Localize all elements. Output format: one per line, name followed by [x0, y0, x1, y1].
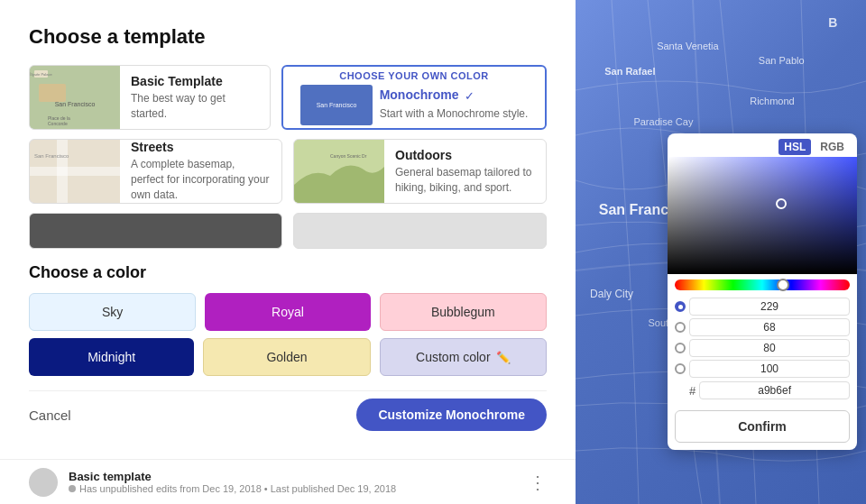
template-row-2: San Francisco Streets A complete basemap… — [29, 139, 547, 204]
field-row-alpha — [675, 360, 850, 378]
tab-hsl[interactable]: HSL — [778, 139, 811, 155]
svg-text:San Francisco: San Francisco — [316, 102, 356, 108]
truncated-card-1[interactable] — [29, 213, 282, 249]
status-bar: Basic template Has unpublished edits fro… — [0, 459, 576, 504]
map-label-richmond: Richmond — [750, 96, 795, 106]
color-btn-midnight[interactable]: Midnight — [29, 338, 194, 376]
picker-tabs: HSL RGB — [668, 133, 857, 157]
input-alpha[interactable] — [689, 360, 850, 378]
outdoors-thumb: Canyon Scenic Dr — [294, 140, 384, 203]
color-btn-royal[interactable]: Royal — [205, 293, 370, 331]
confirm-button[interactable]: Confirm — [675, 410, 850, 443]
hue-thumb — [777, 279, 789, 291]
monochrome-name: Monochrome — [380, 87, 459, 102]
color-btn-bubblegum[interactable]: Bubblegum — [380, 293, 547, 331]
radio-s[interactable] — [675, 322, 686, 333]
map-label-paradise-cay: Paradise Cay — [633, 116, 693, 127]
color-cursor — [776, 198, 787, 209]
template-card-streets[interactable]: San Francisco Streets A complete basemap… — [29, 139, 282, 204]
pencil-icon: ✏️ — [496, 351, 511, 364]
basic-thumb: San Francisco Élysée Palace Place de la … — [30, 66, 120, 129]
template-card-basic[interactable]: San Francisco Élysée Palace Place de la … — [29, 65, 271, 130]
status-name: Basic template — [69, 470, 518, 483]
color-grid: Sky Royal Bubblegum Midnight Golden Cust… — [29, 293, 547, 376]
tab-rgb[interactable]: RGB — [815, 139, 850, 155]
svg-text:Canyon Scenic Dr: Canyon Scenic Dr — [330, 153, 367, 159]
monochrome-desc: Start with a Monochrome style. — [380, 106, 529, 122]
radio-l[interactable] — [675, 343, 686, 353]
radio-alpha[interactable] — [675, 363, 686, 374]
template-section-title: Choose a template — [29, 25, 547, 49]
map-panel: Santa Venetia San Rafael San Pablo Parad… — [576, 0, 866, 504]
outdoors-name: Outdoors — [395, 148, 535, 162]
outdoors-info: Outdoors General basemap tailored to hik… — [384, 141, 546, 203]
svg-text:San Francisco: San Francisco — [55, 101, 96, 107]
color-btn-golden[interactable]: Golden — [203, 338, 370, 376]
streets-info: Streets A complete basemap, perfect for … — [120, 139, 281, 204]
input-hex[interactable] — [699, 381, 850, 399]
map-label-daly-city: Daly City — [590, 288, 633, 300]
map-label-b: B — [828, 15, 837, 30]
status-meta: Has unpublished edits from Dec 19, 2018 … — [69, 483, 518, 494]
monochrome-checkmark: ✓ — [465, 89, 474, 103]
template-card-monochrome[interactable]: CHOOSE YOUR OWN COLOR San Francisco Mono… — [281, 65, 547, 130]
map-label-san-rafael: San Rafael — [604, 66, 655, 77]
picker-fields: # — [668, 294, 857, 407]
input-s[interactable] — [689, 318, 850, 336]
template-row-3 — [29, 213, 547, 249]
truncated-card-2[interactable] — [293, 213, 547, 249]
color-btn-custom[interactable]: Custom color ✏️ — [380, 338, 547, 376]
status-dot — [69, 485, 76, 492]
outdoors-desc: General basemap tailored to hiking, biki… — [395, 165, 535, 196]
color-row-1: Sky Royal Bubblegum — [29, 293, 547, 331]
basic-desc: The best way to get started. — [131, 91, 259, 122]
color-section-title: Choose a color — [29, 263, 547, 282]
streets-thumb: San Francisco — [30, 140, 120, 203]
color-picker-popup: HSL RGB — [668, 133, 857, 450]
svg-text:San Francisco: San Francisco — [34, 153, 69, 159]
left-panel: Choose a template San Francisco Élysée P… — [0, 0, 576, 504]
template-grid: San Francisco Élysée Palace Place de la … — [29, 65, 547, 249]
input-h[interactable] — [689, 298, 850, 316]
status-info: Basic template Has unpublished edits fro… — [69, 470, 518, 494]
template-row-1: San Francisco Élysée Palace Place de la … — [29, 65, 547, 130]
radio-h[interactable] — [675, 301, 686, 312]
basic-info: Basic Template The best way to get start… — [120, 67, 270, 129]
basic-name: Basic Template — [131, 74, 259, 88]
input-l[interactable] — [689, 339, 850, 357]
color-btn-sky[interactable]: Sky — [29, 293, 196, 331]
field-row-s — [675, 318, 850, 336]
hue-bar[interactable] — [675, 279, 850, 290]
cancel-button[interactable]: Cancel — [29, 408, 71, 423]
field-row-h — [675, 298, 850, 316]
streets-desc: A complete basemap, perfect for incorpor… — [131, 157, 271, 202]
choose-own-color-label: CHOOSE YOUR OWN COLOR — [339, 70, 489, 81]
hex-hash: # — [689, 384, 696, 398]
map-label-san-pablo: San Pablo — [759, 55, 805, 66]
more-options-icon[interactable]: ⋮ — [529, 473, 547, 491]
color-gradient-picker[interactable] — [668, 157, 857, 274]
avatar — [29, 468, 58, 497]
svg-text:Concorde: Concorde — [48, 121, 68, 126]
field-row-l — [675, 339, 850, 357]
map-label-santa-venetia: Santa Venetia — [657, 41, 719, 51]
svg-text:Élysée Palace: Élysée Palace — [30, 72, 52, 77]
svg-rect-11 — [30, 167, 120, 176]
color-row-2: Midnight Golden Custom color ✏️ — [29, 338, 547, 376]
svg-rect-1 — [39, 84, 66, 102]
template-card-outdoors[interactable]: Canyon Scenic Dr Outdoors General basema… — [293, 139, 547, 204]
hex-row: # — [675, 381, 850, 399]
streets-name: Streets — [131, 140, 271, 154]
customize-button[interactable]: Customize Monochrome — [356, 399, 547, 431]
bottom-actions: Cancel Customize Monochrome — [29, 390, 547, 431]
